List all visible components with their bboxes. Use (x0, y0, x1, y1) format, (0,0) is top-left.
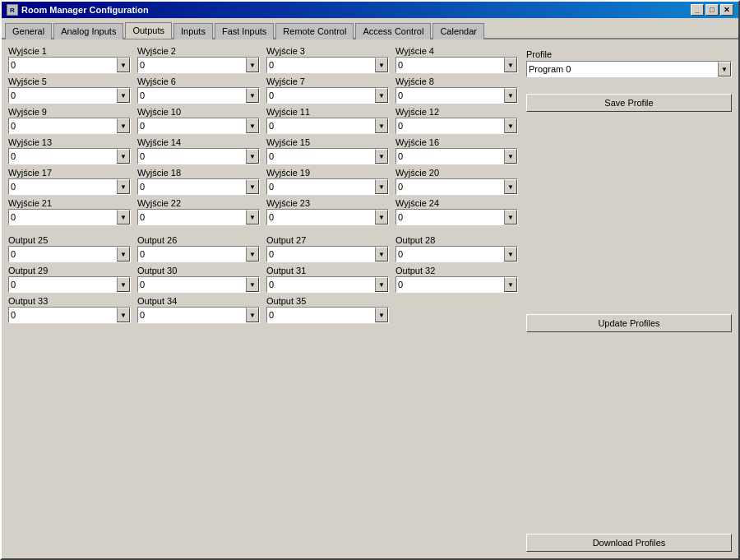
output-arrow-9[interactable]: ▼ (117, 118, 130, 133)
output-arrow-25[interactable]: ▼ (117, 247, 130, 261)
tab-analog-inputs[interactable]: Analog Inputs (53, 23, 123, 39)
save-profile-button[interactable]: Save Profile (526, 94, 732, 112)
tab-outputs[interactable]: Outputs (125, 22, 172, 39)
tab-inputs[interactable]: Inputs (173, 23, 213, 39)
output-arrow-2[interactable]: ▼ (246, 58, 259, 72)
download-profiles-button[interactable]: Download Profiles (526, 534, 732, 552)
maximize-button[interactable]: □ (705, 4, 719, 16)
output-select-wrapper-21[interactable]: 0▼ (8, 209, 131, 225)
output-select-wrapper-6[interactable]: 0▼ (137, 87, 260, 104)
output-select-34[interactable]: 0 (138, 308, 246, 322)
output-select-wrapper-35[interactable]: 0▼ (266, 307, 389, 323)
output-select-9[interactable]: 0 (9, 118, 117, 133)
output-select-24[interactable]: 0 (396, 210, 504, 224)
output-select-wrapper-24[interactable]: 0▼ (395, 209, 518, 225)
output-select-wrapper-29[interactable]: 0▼ (8, 276, 131, 293)
output-arrow-6[interactable]: ▼ (246, 88, 259, 103)
profile-select-arrow[interactable]: ▼ (718, 62, 731, 76)
tab-calendar[interactable]: Calendar (432, 23, 484, 39)
output-select-17[interactable]: 0 (9, 179, 117, 194)
tab-general[interactable]: General (5, 23, 52, 39)
output-select-22[interactable]: 0 (138, 210, 246, 224)
output-select-wrapper-9[interactable]: 0▼ (8, 118, 131, 134)
output-select-wrapper-26[interactable]: 0▼ (137, 246, 260, 262)
output-select-wrapper-1[interactable]: 0▼ (8, 57, 131, 73)
output-select-wrapper-25[interactable]: 0▼ (8, 246, 131, 262)
output-arrow-15[interactable]: ▼ (375, 149, 388, 164)
output-select-wrapper-8[interactable]: 0▼ (395, 87, 518, 104)
output-select-wrapper-27[interactable]: 0▼ (266, 246, 389, 262)
output-select-21[interactable]: 0 (9, 210, 117, 224)
output-select-35[interactable]: 0 (267, 308, 375, 322)
tab-access-control[interactable]: Access Control (355, 23, 431, 39)
output-select-wrapper-12[interactable]: 0▼ (395, 118, 518, 134)
output-select-wrapper-2[interactable]: 0▼ (137, 57, 260, 73)
output-arrow-31[interactable]: ▼ (375, 277, 388, 292)
output-select-25[interactable]: 0 (9, 247, 117, 261)
output-select-20[interactable]: 0 (396, 179, 504, 194)
output-arrow-34[interactable]: ▼ (246, 308, 259, 322)
output-arrow-19[interactable]: ▼ (375, 179, 388, 194)
output-select-wrapper-10[interactable]: 0▼ (137, 118, 260, 134)
output-arrow-12[interactable]: ▼ (504, 118, 517, 133)
output-select-5[interactable]: 0 (9, 88, 117, 103)
output-arrow-3[interactable]: ▼ (375, 58, 388, 72)
output-arrow-26[interactable]: ▼ (246, 247, 259, 261)
output-arrow-8[interactable]: ▼ (504, 88, 517, 103)
output-select-15[interactable]: 0 (267, 149, 375, 164)
output-arrow-32[interactable]: ▼ (504, 277, 517, 292)
output-select-wrapper-22[interactable]: 0▼ (137, 209, 260, 225)
output-arrow-30[interactable]: ▼ (246, 277, 259, 292)
output-arrow-1[interactable]: ▼ (117, 58, 130, 72)
output-select-wrapper-31[interactable]: 0▼ (266, 276, 389, 293)
output-select-wrapper-23[interactable]: 0▼ (266, 209, 389, 225)
tab-remote-control[interactable]: Remote Control (275, 23, 354, 39)
output-select-wrapper-11[interactable]: 0▼ (266, 118, 389, 134)
output-arrow-28[interactable]: ▼ (504, 247, 517, 261)
output-arrow-5[interactable]: ▼ (117, 88, 130, 103)
output-arrow-10[interactable]: ▼ (246, 118, 259, 133)
output-select-26[interactable]: 0 (138, 247, 246, 261)
output-arrow-22[interactable]: ▼ (246, 210, 259, 224)
output-select-wrapper-3[interactable]: 0▼ (266, 57, 389, 73)
output-arrow-27[interactable]: ▼ (375, 247, 388, 261)
output-select-16[interactable]: 0 (396, 149, 504, 164)
profile-select-wrapper[interactable]: Program 0 Program 1 Program 2 ▼ (526, 61, 732, 77)
output-select-13[interactable]: 0 (9, 149, 117, 164)
output-arrow-21[interactable]: ▼ (117, 210, 130, 224)
output-select-wrapper-4[interactable]: 0▼ (395, 57, 518, 73)
output-arrow-4[interactable]: ▼ (504, 58, 517, 72)
output-arrow-29[interactable]: ▼ (117, 277, 130, 292)
minimize-button[interactable]: _ (691, 4, 704, 16)
update-profiles-button[interactable]: Update Profiles (526, 314, 732, 332)
output-select-7[interactable]: 0 (267, 88, 375, 103)
output-select-3[interactable]: 0 (267, 58, 375, 72)
output-arrow-7[interactable]: ▼ (375, 88, 388, 103)
output-select-6[interactable]: 0 (138, 88, 246, 103)
output-arrow-33[interactable]: ▼ (117, 308, 130, 322)
output-select-wrapper-13[interactable]: 0▼ (8, 148, 131, 164)
output-arrow-23[interactable]: ▼ (375, 210, 388, 224)
output-select-wrapper-18[interactable]: 0▼ (137, 178, 260, 195)
output-select-wrapper-15[interactable]: 0▼ (266, 148, 389, 164)
output-select-32[interactable]: 0 (396, 277, 504, 292)
output-arrow-16[interactable]: ▼ (504, 149, 517, 164)
output-arrow-14[interactable]: ▼ (246, 149, 259, 164)
output-select-wrapper-17[interactable]: 0▼ (8, 178, 131, 195)
output-select-11[interactable]: 0 (267, 118, 375, 133)
output-select-wrapper-5[interactable]: 0▼ (8, 87, 131, 104)
profile-select[interactable]: Program 0 Program 1 Program 2 (527, 62, 718, 76)
output-select-12[interactable]: 0 (396, 118, 504, 133)
output-select-14[interactable]: 0 (138, 149, 246, 164)
output-arrow-35[interactable]: ▼ (375, 308, 388, 322)
output-select-wrapper-7[interactable]: 0▼ (266, 87, 389, 104)
output-select-10[interactable]: 0 (138, 118, 246, 133)
output-select-wrapper-33[interactable]: 0▼ (8, 307, 131, 323)
output-select-wrapper-19[interactable]: 0▼ (266, 178, 389, 195)
tab-fast-inputs[interactable]: Fast Inputs (215, 23, 274, 39)
output-select-30[interactable]: 0 (138, 277, 246, 292)
output-arrow-11[interactable]: ▼ (375, 118, 388, 133)
output-select-29[interactable]: 0 (9, 277, 117, 292)
output-select-wrapper-16[interactable]: 0▼ (395, 148, 518, 164)
output-select-28[interactable]: 0 (396, 247, 504, 261)
